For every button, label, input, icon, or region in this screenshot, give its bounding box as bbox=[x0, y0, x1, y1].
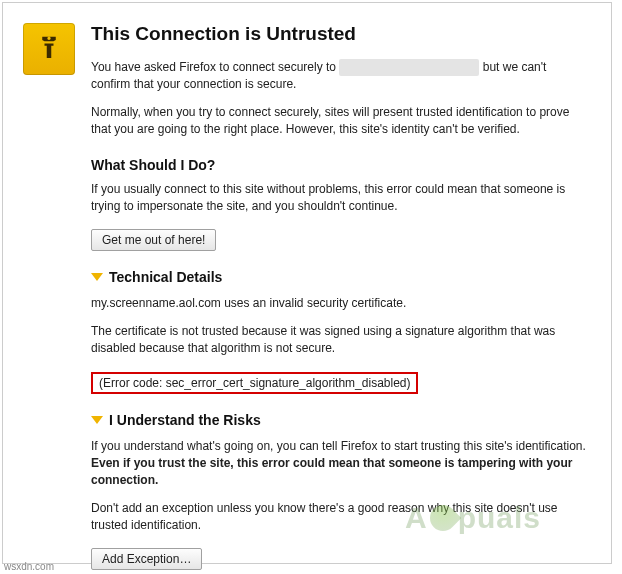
add-exception-button[interactable]: Add Exception… bbox=[91, 548, 202, 570]
untrusted-connection-page: This Connection is Untrusted You have as… bbox=[2, 2, 612, 564]
get-me-out-button[interactable]: Get me out of here! bbox=[91, 229, 216, 251]
what-p: If you usually connect to this site with… bbox=[91, 181, 587, 216]
police-warning-icon bbox=[23, 23, 75, 75]
intro-p1: You have asked Firefox to connect secure… bbox=[91, 59, 587, 94]
risks-p1: If you understand what's going on, you c… bbox=[91, 438, 587, 490]
intro-p2: Normally, when you try to connect secure… bbox=[91, 104, 587, 139]
tech-p1: my.screenname.aol.com uses an invalid se… bbox=[91, 295, 587, 312]
risks-heading: I Understand the Risks bbox=[109, 412, 261, 428]
content: This Connection is Untrusted You have as… bbox=[91, 23, 587, 570]
source-url: wsxdn.com bbox=[4, 561, 54, 572]
expand-triangle-icon bbox=[91, 273, 103, 281]
technical-details-toggle[interactable]: Technical Details bbox=[91, 269, 587, 285]
expand-triangle-icon bbox=[91, 416, 103, 424]
error-code-highlight: (Error code: sec_error_cert_signature_al… bbox=[91, 372, 418, 394]
risks-p2: Don't add an exception unless you know t… bbox=[91, 500, 587, 535]
risks-p1a: If you understand what's going on, you c… bbox=[91, 439, 586, 453]
understand-risks-toggle[interactable]: I Understand the Risks bbox=[91, 412, 587, 428]
page-title: This Connection is Untrusted bbox=[91, 23, 587, 45]
warning-icon-col bbox=[23, 23, 79, 75]
risks-body: If you understand what's going on, you c… bbox=[91, 438, 587, 571]
risks-p1-strong: Even if you trust the site, this error c… bbox=[91, 456, 572, 487]
redacted-host: ████████████████ bbox=[339, 59, 479, 76]
tech-body: my.screenname.aol.com uses an invalid se… bbox=[91, 295, 587, 393]
tech-heading: Technical Details bbox=[109, 269, 222, 285]
what-heading: What Should I Do? bbox=[91, 157, 587, 173]
tech-p2: The certificate is not trusted because i… bbox=[91, 323, 587, 358]
intro-p1a: You have asked Firefox to connect secure… bbox=[91, 60, 339, 74]
